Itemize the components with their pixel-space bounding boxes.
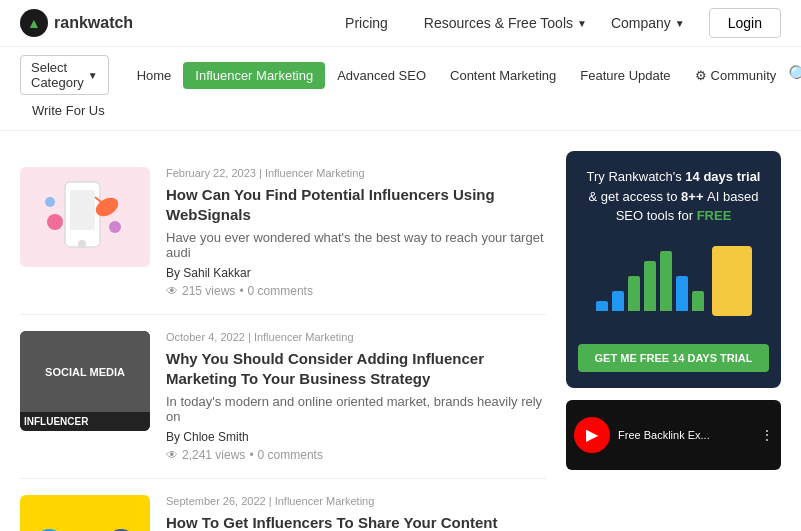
nav-feature-update[interactable]: Feature Update [568,62,682,89]
eye-icon: 👁 [166,284,178,298]
logo-icon: ▲ [20,9,48,37]
nav-content-marketing[interactable]: Content Marketing [438,62,568,89]
video-thumbnail[interactable]: ▶ Free Backlink Ex... ⋮ [566,400,781,470]
social-bottom-label: INFLUENCER [20,412,150,431]
bar-6 [676,276,688,311]
svg-point-6 [109,221,121,233]
social-top-label: SOCIAL MEDIA [20,331,150,412]
category-select[interactable]: Select Category ▼ [20,55,109,95]
article-excerpt: Have you ever wondered what's the best w… [166,230,546,260]
article-image: t ↑ f [20,495,150,531]
article-illustration [35,172,135,262]
article-meta: October 4, 2022 | Influencer Marketing [166,331,546,343]
bar-4 [644,261,656,311]
article-card: SOCIAL MEDIA INFLUENCER October 4, 2022 … [20,315,546,479]
nav-influencer-marketing[interactable]: Influencer Marketing [183,62,325,89]
article-stats: 👁 2,241 views • 0 comments [166,448,546,462]
company-dropdown[interactable]: Company ▼ [611,15,685,31]
nav-community[interactable]: ⚙ Community [683,62,789,89]
article-author: By Chloe Smith [166,430,546,444]
svg-rect-1 [70,190,95,230]
article-meta: February 22, 2023 | Influencer Marketing [166,167,546,179]
community-icon: ⚙ [695,68,707,83]
svg-point-7 [45,197,55,207]
articles-list: February 22, 2023 | Influencer Marketing… [20,151,546,531]
top-navigation: Pricing Resources & Free Tools ▼ Company… [333,8,781,38]
bar-3 [628,276,640,311]
bar-1 [596,301,608,311]
logo[interactable]: ▲ rankwatch [20,9,133,37]
svg-point-5 [47,214,63,230]
article-image [20,167,150,267]
pricing-link[interactable]: Pricing [333,9,400,37]
resources-chevron-icon: ▼ [577,18,587,29]
article-card: February 22, 2023 | Influencer Marketing… [20,151,546,315]
cta-trial-button[interactable]: GET ME FREE 14 DAYS TRIAL [578,344,769,372]
bar-2 [612,291,624,311]
ad-dashboard-illustration [578,236,769,326]
second-navigation: Select Category ▼ Home Influencer Market… [0,47,801,131]
dashboard-bars [596,251,704,311]
bar-7 [692,291,704,311]
share-icons-illustration: t ↑ f [20,495,150,531]
ad-trial-box: Try Rankwatch's 14 days trial & get acce… [566,151,781,388]
bar-5 [660,251,672,311]
top-header: ▲ rankwatch Pricing Resources & Free Too… [0,0,801,47]
sidebar: Try Rankwatch's 14 days trial & get acce… [566,151,781,531]
article-title[interactable]: Why You Should Consider Adding Influence… [166,349,546,388]
article-excerpt: In today's modern and online oriented ma… [166,394,546,424]
category-chevron-icon: ▼ [88,70,98,81]
youtube-icon: ▶ [574,417,610,453]
main-content: February 22, 2023 | Influencer Marketing… [0,131,801,531]
eye-icon: 👁 [166,448,178,462]
article-stats: 👁 215 views • 0 comments [166,284,546,298]
brand-name: rankwatch [54,14,133,32]
ad-trial-text: Try Rankwatch's 14 days trial & get acce… [578,167,769,226]
article-meta: September 26, 2022 | Influencer Marketin… [166,495,546,507]
article-title[interactable]: How To Get Influencers To Share Your Con… [166,513,546,531]
article-card: t ↑ f September 26, 2022 | Influencer Ma… [20,479,546,531]
company-chevron-icon: ▼ [675,18,685,29]
nav-home[interactable]: Home [125,62,184,89]
article-body: February 22, 2023 | Influencer Marketing… [166,167,546,298]
nav-advanced-seo[interactable]: Advanced SEO [325,62,438,89]
article-title[interactable]: How Can You Find Potential Influencers U… [166,185,546,224]
article-body: September 26, 2022 | Influencer Marketin… [166,495,546,531]
article-image: SOCIAL MEDIA INFLUENCER [20,331,150,431]
video-options-icon[interactable]: ⋮ [761,428,773,442]
search-button[interactable]: 🔍 [788,64,801,86]
article-author: By Sahil Kakkar [166,266,546,280]
write-for-us-link[interactable]: Write For Us [20,99,117,122]
article-body: October 4, 2022 | Influencer Marketing W… [166,331,546,462]
person-illustration [712,246,752,316]
video-title: Free Backlink Ex... [618,429,710,441]
resources-dropdown[interactable]: Resources & Free Tools ▼ [424,15,587,31]
login-button[interactable]: Login [709,8,781,38]
svg-point-2 [78,240,86,248]
